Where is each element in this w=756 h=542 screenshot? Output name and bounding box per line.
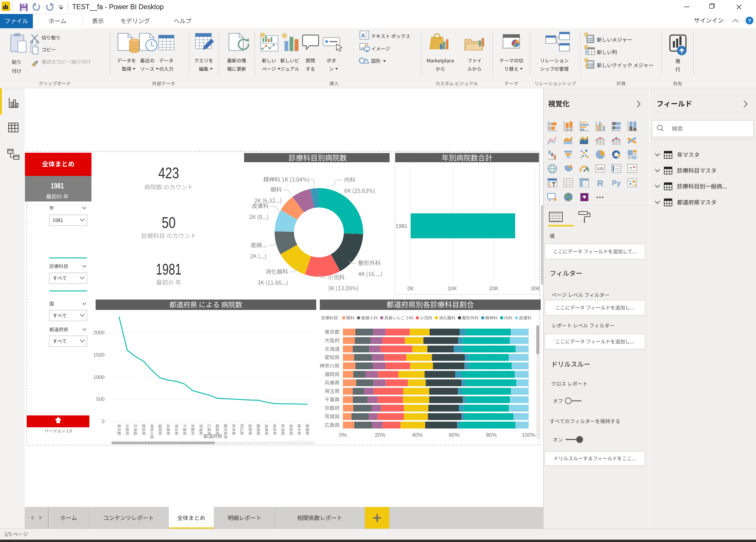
svg-text:40%: 40%	[412, 432, 423, 438]
svg-text:50: 50	[162, 214, 176, 231]
svg-text:1500: 1500	[93, 352, 105, 358]
svg-text:R: R	[597, 178, 604, 188]
svg-text:60%: 60%	[449, 432, 460, 438]
svg-text:0K: 0K	[407, 286, 414, 292]
svg-text:500: 500	[96, 396, 105, 402]
svg-text:0%: 0%	[339, 432, 347, 438]
svg-text:1981: 1981	[396, 223, 407, 229]
svg-text:10K: 10K	[447, 286, 457, 292]
svg-text:1981: 1981	[156, 260, 181, 278]
svg-text:TEST__fa - Power BI Desktop: TEST__fa - Power BI Desktop	[72, 3, 164, 11]
svg-text:1000: 1000	[93, 375, 105, 380]
svg-text:20K: 20K	[489, 286, 499, 292]
svg-text:123: 123	[597, 166, 604, 171]
svg-text:?: ?	[748, 18, 751, 24]
svg-text:1981: 1981	[51, 181, 64, 190]
svg-text:0: 0	[102, 419, 105, 424]
svg-text:A: A	[361, 33, 365, 39]
svg-text:20%: 20%	[375, 432, 385, 438]
svg-text:30K: 30K	[531, 286, 540, 292]
svg-text:Py: Py	[612, 179, 621, 187]
svg-text:100%: 100%	[522, 432, 535, 438]
svg-text:2000: 2000	[93, 330, 105, 336]
svg-text:80%: 80%	[486, 432, 497, 438]
svg-text:423: 423	[158, 164, 179, 181]
